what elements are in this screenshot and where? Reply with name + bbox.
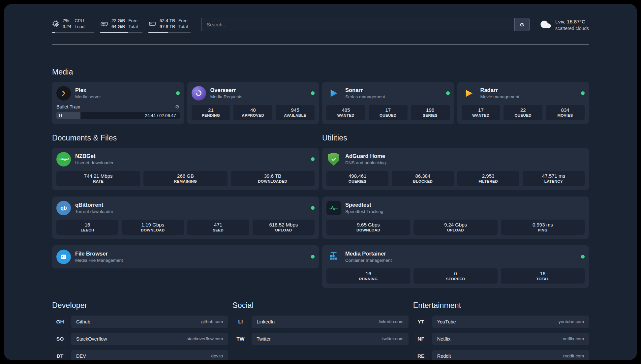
stat-label: REMAINING (174, 179, 197, 183)
stat-tile: 9.65 GbpsDOWNLOAD (326, 220, 410, 235)
bookmark-stackoverflow[interactable]: SO StackOverflow stackoverflow.com (52, 333, 228, 345)
stat-value: 1.19 Gbps (141, 222, 164, 228)
service-subtitle: Media server (75, 94, 101, 100)
bookmark-github[interactable]: GH Github github.com (52, 316, 228, 328)
bookmark-youtube[interactable]: YT YouTube youtube.com (413, 316, 589, 328)
weather-condition: scattered clouds (555, 25, 589, 32)
dashboard: 7% 3.24 CPU Load (4, 4, 637, 360)
service-subtitle: Series management (345, 94, 385, 100)
bookmark-row: DEV dev.to (71, 350, 228, 360)
stat-tile: 485WANTED (326, 105, 365, 120)
filebrowser-card: File Browser Media File Management (52, 245, 319, 268)
stat-tile: 1.19 GbpsDOWNLOAD (122, 220, 184, 235)
bookmark-twitter[interactable]: TW Twitter twitter.com (232, 333, 408, 345)
memory-usage-bar (100, 32, 142, 33)
bookmark-row: LinkedIn linkedin.com (252, 316, 408, 328)
memory-label: Free (128, 18, 138, 24)
stat-label: AVAILABLE (284, 113, 306, 117)
stat-tile: 196SERIES (411, 105, 450, 120)
stat-value: 485 (342, 107, 350, 113)
stat-value: 16 (540, 271, 545, 276)
bookmark-group-developer: Developer GH Github github.com SO StackO… (52, 301, 228, 360)
stat-value: 39.6 TB (264, 173, 281, 179)
topbar: 7% 3.24 CPU Load (52, 18, 589, 33)
cpu-icon (52, 20, 59, 27)
stat-tile: 744.21 MbpsRATE (56, 171, 140, 186)
stat-tile: 2,953FILTERED (457, 171, 519, 186)
stat-value: 9.65 Gbps (357, 222, 380, 228)
bookmark-abbr: TW (232, 333, 248, 345)
stat-label: SERIES (423, 113, 438, 117)
stat-label: TOTAL (536, 277, 549, 281)
status-dot (176, 91, 180, 95)
weather-widget: Lviv, 16.87°C scattered clouds (540, 18, 589, 32)
service-subtitle: Speedtest Tracking (345, 209, 383, 215)
bookmark-group-entertainment: Entertainment YT YouTube youtube.com NF … (413, 301, 589, 360)
bookmark-abbr: GH (52, 316, 68, 328)
stat-value: 498,461 (349, 173, 366, 179)
overseerr-card-link[interactable]: Overseerr Media Requests (192, 86, 315, 101)
status-dot (311, 157, 315, 161)
bookmark-domain: dev.to (211, 353, 223, 358)
bookmark-row: Reddit reddit.com (432, 350, 589, 360)
service-name: Speedtest (345, 201, 383, 208)
radarr-card-link[interactable]: Radarr Movie management (462, 86, 585, 101)
bookmark-abbr: YT (413, 316, 429, 328)
bookmark-domain: twitter.com (382, 336, 404, 341)
service-subtitle: Torrent downloader (75, 209, 113, 215)
stat-label: FILTERED (478, 179, 498, 183)
stat-value: 40 (250, 107, 256, 113)
service-name: Overseerr (210, 87, 243, 94)
bookmark-name: StackOverflow (76, 336, 107, 342)
stat-value: 266 GB (177, 173, 194, 179)
bookmark-netflix[interactable]: NF Netflix netflix.com (413, 333, 589, 345)
stat-label: BLOCKED (413, 179, 433, 183)
search-bar: G (201, 18, 530, 31)
service-name: NZBGet (75, 153, 113, 160)
filebrowser-card-link[interactable]: File Browser Media File Management (56, 250, 315, 264)
disk-usage-bar (148, 32, 191, 33)
bookmark-linkedin[interactable]: LI LinkedIn linkedin.com (232, 316, 408, 328)
sonarr-card-link[interactable]: Sonarr Series management (326, 86, 450, 101)
stat-value: 21 (208, 107, 214, 113)
stat-label: SEED (213, 228, 224, 232)
stat-tile: 0STOPPED (413, 268, 497, 284)
stat-label: QUERIES (349, 179, 367, 183)
search-provider-button[interactable]: G (514, 18, 530, 31)
section-title-media: Media (52, 68, 589, 76)
memory-icon (100, 20, 108, 28)
speedtest-card-link[interactable]: Speedtest Speedtest Tracking (326, 201, 585, 215)
stat-label: APPROVED (242, 113, 264, 117)
cloud-icon (540, 19, 551, 31)
bookmark-reddit[interactable]: RE Reddit reddit.com (413, 350, 589, 360)
nzbget-card-link[interactable]: nzbget NZBGet Usenet downloader (56, 152, 315, 167)
service-name: qBittorrent (75, 201, 113, 208)
stat-label: DOWNLOAD (141, 228, 165, 232)
bookmark-domain: stackoverflow.com (187, 336, 223, 341)
section-title-social: Social (232, 301, 408, 310)
status-dot (581, 91, 585, 95)
documents-section: Documents & Files nzbget NZBGet Usenet d… (52, 134, 319, 288)
bookmark-name: LinkedIn (257, 319, 275, 324)
pause-icon[interactable] (59, 114, 62, 117)
weather-location: Lviv, 16.87°C (555, 18, 589, 25)
disk-label: Free (178, 18, 188, 24)
stat-value: 16 (366, 271, 371, 276)
stat-tile: 21PENDING (192, 105, 230, 120)
bookmark-group-social: Social LI LinkedIn linkedin.com TW Twitt… (232, 301, 408, 360)
stat-tile: 16TOTAL (501, 268, 585, 284)
gear-icon[interactable]: ⚙ (175, 104, 179, 109)
sonarr-card: Sonarr Series management 485WANTED 17QUE… (322, 82, 454, 124)
stat-label: WANTED (472, 113, 489, 117)
adguard-card-link[interactable]: AdGuard Home DNS and adblocking (326, 152, 585, 167)
status-dot (311, 91, 315, 95)
stat-label: WANTED (337, 113, 354, 117)
search-input[interactable] (201, 18, 514, 31)
service-name: Media Portainer (345, 250, 392, 257)
bookmarks-section: Developer GH Github github.com SO StackO… (52, 301, 589, 360)
bookmark-dev[interactable]: DT DEV dev.to (52, 350, 228, 360)
qbittorrent-card-link[interactable]: qb qBittorrent Torrent downloader (56, 201, 315, 215)
service-subtitle: Container management (345, 258, 392, 263)
plex-card-link[interactable]: Plex Media server (56, 86, 180, 101)
portainer-card-link[interactable]: Media Portainer Container management (326, 250, 585, 264)
